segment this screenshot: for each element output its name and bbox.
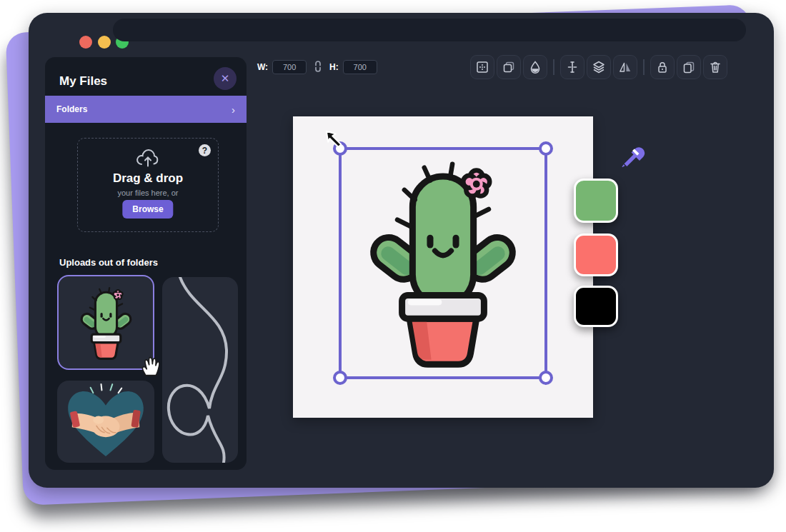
frame-icon	[475, 60, 489, 74]
toolbar-divider	[553, 59, 554, 75]
chevron-right-icon: ›	[232, 104, 235, 116]
folders-accordion[interactable]: Folders ›	[45, 96, 247, 123]
close-panel-button[interactable]: ✕	[214, 67, 237, 90]
drag-drop-zone[interactable]: ? Drag & drop your files here, or Browse	[77, 138, 219, 232]
flip-horizontal-icon	[618, 60, 632, 74]
question-mark-icon: ?	[202, 146, 207, 156]
browse-button[interactable]: Browse	[122, 200, 173, 219]
resize-handle-top-right[interactable]	[539, 141, 553, 156]
uploads-heading: Uploads out of folders	[59, 257, 158, 268]
upload-item-squiggle[interactable]	[162, 277, 238, 463]
help-button[interactable]: ?	[199, 144, 211, 156]
dropzone-heading: Drag & drop	[78, 171, 218, 186]
overlap-squares-icon	[502, 60, 516, 74]
swatch-red[interactable]	[574, 234, 618, 276]
fill-drop-icon	[528, 60, 542, 74]
search-bar[interactable]	[113, 19, 746, 41]
resize-handle-top-left[interactable]	[333, 141, 347, 156]
overlap-squares-button[interactable]	[497, 55, 521, 79]
canvas-artboard[interactable]	[293, 116, 593, 418]
close-window-button[interactable]	[79, 36, 92, 49]
handshake-heart-thumbnail-image	[61, 382, 151, 461]
eyedropper-icon[interactable]	[619, 140, 646, 167]
toolbar-divider	[643, 59, 645, 75]
flip-vertical-button[interactable]	[560, 55, 584, 79]
selection-box[interactable]	[339, 147, 547, 379]
resize-handle-bottom-right[interactable]	[539, 371, 553, 385]
height-input[interactable]	[343, 60, 377, 74]
swatch-green[interactable]	[574, 179, 618, 223]
cloud-upload-icon	[135, 149, 161, 169]
upload-item-cactus[interactable]	[57, 275, 154, 370]
fill-drop-button[interactable]	[523, 55, 547, 79]
duplicate-icon	[682, 60, 696, 74]
frame-button[interactable]	[470, 55, 494, 79]
trash-icon	[708, 60, 722, 74]
width-label: W:	[257, 62, 268, 72]
layers-icon	[592, 60, 606, 74]
trash-button[interactable]	[703, 55, 727, 79]
chain-link-icon	[312, 60, 324, 73]
height-label: H:	[329, 62, 339, 72]
link-dimensions-button[interactable]	[311, 60, 325, 75]
app-window: W: H:	[29, 13, 774, 488]
minimize-window-button[interactable]	[98, 36, 111, 49]
swatch-black[interactable]	[574, 286, 618, 327]
layers-button[interactable]	[587, 55, 611, 79]
lock-button[interactable]	[650, 55, 675, 79]
my-files-panel: My Files ✕ Folders › ? Drag	[45, 57, 247, 470]
cactus-thumbnail-image	[75, 283, 137, 363]
flip-horizontal-button[interactable]	[613, 55, 637, 79]
width-input[interactable]	[272, 60, 307, 74]
close-icon: ✕	[221, 72, 230, 85]
squiggle-thumbnail-image	[162, 277, 238, 463]
size-controls: W: H:	[257, 55, 377, 79]
resize-handle-bottom-left[interactable]	[333, 371, 347, 385]
dropzone-subheading: your files here, or	[78, 189, 218, 197]
panel-title: My Files	[59, 74, 107, 89]
lock-icon	[655, 60, 670, 74]
flip-vertical-icon	[565, 60, 579, 74]
folders-label: Folders	[56, 104, 87, 114]
stage: W: H:	[0, 0, 786, 532]
duplicate-button[interactable]	[677, 55, 701, 79]
object-toolbar	[470, 55, 727, 79]
upload-item-handshake-heart[interactable]	[57, 381, 154, 463]
